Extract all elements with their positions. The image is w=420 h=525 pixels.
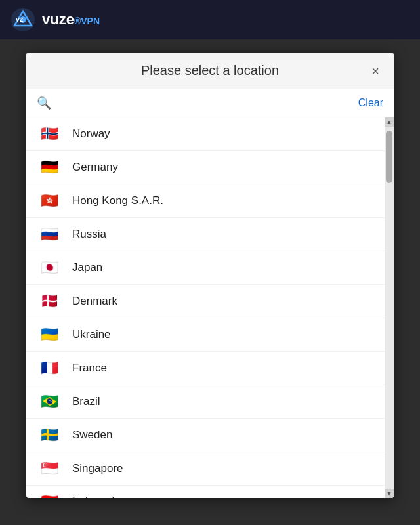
flag-brazil: 🇧🇷 xyxy=(37,393,62,410)
scrollbar-down-arrow[interactable]: ▼ xyxy=(385,489,394,498)
country-name-brazil: Brazil xyxy=(72,395,100,408)
scrollbar-track xyxy=(385,127,394,489)
country-item-indonesia[interactable]: 🇮🇩Indonesia xyxy=(26,486,385,498)
flag-japan: 🇯🇵 xyxy=(37,259,62,276)
logo-text: vuze®VPN xyxy=(42,11,100,28)
country-name-russia: Russia xyxy=(72,228,106,241)
country-item-japan[interactable]: 🇯🇵Japan xyxy=(26,251,385,285)
flag-sweden: 🇸🇪 xyxy=(37,427,62,444)
country-name-hong-kong: Hong Kong S.A.R. xyxy=(72,194,163,207)
country-name-singapore: Singapore xyxy=(72,462,123,475)
flag-hong-kong: 🇭🇰 xyxy=(37,192,62,209)
country-item-france[interactable]: 🇫🇷France xyxy=(26,352,385,385)
country-name-sweden: Sweden xyxy=(72,429,112,442)
scrollbar-up-arrow[interactable]: ▲ xyxy=(385,117,394,127)
country-item-ukraine[interactable]: 🇺🇦Ukraine xyxy=(26,318,385,352)
clear-button[interactable]: Clear xyxy=(358,97,383,109)
close-button[interactable]: × xyxy=(368,63,383,79)
country-item-germany[interactable]: 🇩🇪Germany xyxy=(26,151,385,184)
flag-russia: 🇷🇺 xyxy=(37,226,62,243)
country-item-russia[interactable]: 🇷🇺Russia xyxy=(26,218,385,251)
country-list: 🇳🇴Norway🇩🇪Germany🇭🇰Hong Kong S.A.R.🇷🇺Rus… xyxy=(26,117,385,498)
country-item-singapore[interactable]: 🇸🇬Singapore xyxy=(26,452,385,486)
flag-ukraine: 🇺🇦 xyxy=(37,326,62,343)
flag-indonesia: 🇮🇩 xyxy=(37,494,62,498)
search-icon: 🔍 xyxy=(37,96,51,110)
country-name-france: France xyxy=(72,362,107,375)
country-name-germany: Germany xyxy=(72,161,118,174)
country-name-ukraine: Ukraine xyxy=(72,328,111,341)
scrollbar: ▲ ▼ xyxy=(385,117,394,498)
country-name-denmark: Denmark xyxy=(72,295,117,308)
flag-france: 🇫🇷 xyxy=(37,360,62,377)
flag-singapore: 🇸🇬 xyxy=(37,460,62,477)
country-item-denmark[interactable]: 🇩🇰Denmark xyxy=(26,285,385,318)
vuze-logo-icon: VZ xyxy=(10,7,35,32)
flag-germany: 🇩🇪 xyxy=(37,159,62,176)
country-name-indonesia: Indonesia xyxy=(72,495,121,498)
search-bar: 🔍 Clear xyxy=(26,89,394,117)
country-item-sweden[interactable]: 🇸🇪Sweden xyxy=(26,419,385,452)
country-list-wrapper: 🇳🇴Norway🇩🇪Germany🇭🇰Hong Kong S.A.R.🇷🇺Rus… xyxy=(26,117,394,498)
search-input[interactable] xyxy=(58,97,352,109)
top-bar: VZ vuze®VPN xyxy=(0,0,420,39)
country-name-norway: Norway xyxy=(72,127,110,140)
country-item-norway[interactable]: 🇳🇴Norway xyxy=(26,117,385,151)
modal-title: Please select a location xyxy=(141,63,279,78)
country-item-brazil[interactable]: 🇧🇷Brazil xyxy=(26,385,385,419)
modal-header: Please select a location × xyxy=(26,52,394,89)
country-item-hong-kong[interactable]: 🇭🇰Hong Kong S.A.R. xyxy=(26,184,385,218)
country-name-japan: Japan xyxy=(72,261,102,274)
flag-denmark: 🇩🇰 xyxy=(37,293,62,310)
flag-norway: 🇳🇴 xyxy=(37,125,62,142)
location-modal: Please select a location × 🔍 Clear 🇳🇴Nor… xyxy=(26,52,394,498)
scrollbar-thumb[interactable] xyxy=(386,131,392,183)
svg-text:VZ: VZ xyxy=(16,16,24,23)
